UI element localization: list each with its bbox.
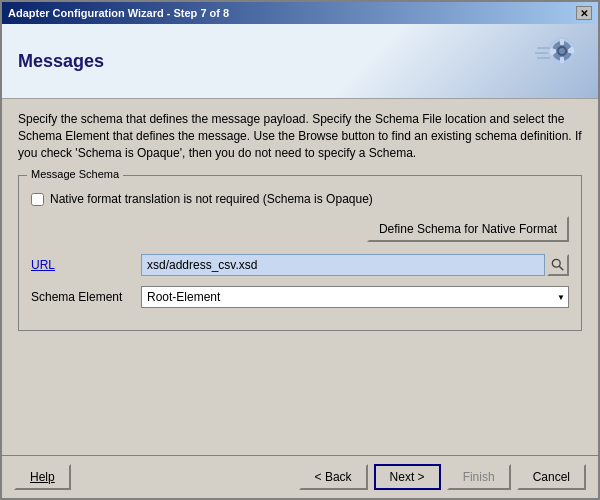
url-input-wrapper	[141, 254, 569, 276]
define-schema-button[interactable]: Define Schema for Native Format	[367, 216, 569, 242]
define-schema-row: Define Schema for Native Format	[31, 216, 569, 242]
url-label: URL	[31, 258, 141, 272]
browse-icon	[551, 258, 565, 272]
description-text: Specify the schema that defines the mess…	[18, 111, 582, 161]
schema-element-field-row: Schema Element Root-Element	[31, 286, 569, 308]
close-button[interactable]: ✕	[576, 6, 592, 20]
title-bar: Adapter Configuration Wizard - Step 7 of…	[2, 2, 598, 24]
footer: Help < Back Next > Finish Cancel	[2, 455, 598, 498]
next-button[interactable]: Next >	[374, 464, 441, 490]
wizard-window: Adapter Configuration Wizard - Step 7 of…	[0, 0, 600, 500]
help-button[interactable]: Help	[14, 464, 71, 490]
checkbox-row: Native format translation is not require…	[31, 192, 569, 206]
schema-element-label: Schema Element	[31, 290, 141, 304]
opaque-label[interactable]: Native format translation is not require…	[50, 192, 373, 206]
window-title: Adapter Configuration Wizard - Step 7 of…	[8, 7, 229, 19]
finish-button[interactable]: Finish	[447, 464, 511, 490]
footer-right: < Back Next > Finish Cancel	[299, 464, 586, 490]
cancel-button[interactable]: Cancel	[517, 464, 586, 490]
svg-line-16	[559, 267, 563, 271]
back-button[interactable]: < Back	[299, 464, 368, 490]
svg-rect-3	[560, 57, 564, 63]
schema-element-select[interactable]: Root-Element	[141, 286, 569, 308]
url-input[interactable]	[141, 254, 545, 276]
header-banner: Messages	[2, 24, 598, 99]
schema-element-select-wrapper: Root-Element	[141, 286, 569, 308]
page-title: Messages	[18, 51, 104, 72]
svg-point-11	[559, 48, 565, 54]
group-legend: Message Schema	[27, 168, 123, 180]
message-schema-group: Message Schema Native format translation…	[18, 175, 582, 331]
opaque-checkbox[interactable]	[31, 193, 44, 206]
url-field-row: URL	[31, 254, 569, 276]
browse-button[interactable]	[547, 254, 569, 276]
footer-left: Help	[14, 464, 71, 490]
content-area: Specify the schema that defines the mess…	[2, 99, 598, 455]
svg-point-15	[552, 260, 560, 268]
wizard-icon	[532, 36, 582, 86]
svg-rect-2	[560, 39, 564, 45]
